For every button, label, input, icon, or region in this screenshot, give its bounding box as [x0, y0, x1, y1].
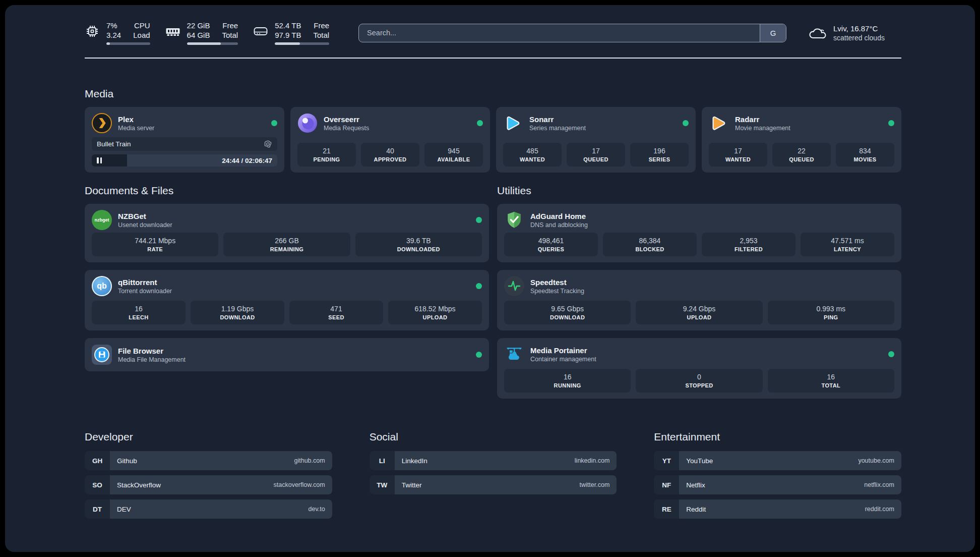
service-card-filebrowser[interactable]: File Browser Media File Management [85, 338, 489, 371]
service-name: qBittorrent [118, 278, 172, 287]
qbittorrent-icon: qb [92, 276, 112, 296]
status-dot [476, 352, 482, 358]
stat-wanted: 17WANTED [709, 143, 767, 166]
service-card-qbittorrent[interactable]: qb qBittorrent Torrent downloader 16LEEC… [85, 270, 489, 330]
bookmark-tag: SO [85, 475, 110, 494]
bookmark-tag: RE [654, 499, 679, 519]
pause-icon[interactable] [97, 157, 102, 163]
bookmark-linkedin[interactable]: LI LinkedInlinkedin.com [370, 451, 617, 470]
stat-wanted: 485WANTED [503, 143, 562, 166]
system-stat-storage: 52.4 TB 97.9 TB Free Total [253, 21, 329, 45]
search-provider-button[interactable]: G [760, 24, 786, 42]
stat-movies: 834MOVIES [836, 143, 894, 166]
stat-available: 945AVAILABLE [424, 143, 483, 166]
service-name: Sonarr [529, 115, 586, 124]
bookmark-github[interactable]: GH Githubgithub.com [85, 451, 332, 470]
stat-downloaded: 39.6 TBDOWNLOADED [355, 233, 482, 256]
service-subtitle: Media File Management [118, 356, 186, 363]
playback-time: 24:44 / 02:06:47 [222, 157, 272, 164]
storage-total: 97.9 TB [275, 30, 301, 40]
section-title-utilities: Utilities [497, 185, 901, 197]
storage-total-label: Total [313, 30, 329, 40]
bookmark-youtube[interactable]: YT YouTubeyoutube.com [654, 451, 901, 470]
service-name: Radarr [735, 115, 790, 124]
radarr-icon [709, 113, 729, 133]
stat-approved: 40APPROVED [361, 143, 419, 166]
service-subtitle: Series management [529, 125, 586, 132]
cpu-load: 3.24 [106, 30, 121, 40]
weather-location-temp: Lviv, 16.87°C [833, 24, 885, 33]
dashboard: 7% 3.24 CPU Load [0, 0, 980, 557]
header-divider [85, 58, 901, 59]
bookmark-dev[interactable]: DT DEVdev.to [85, 499, 332, 519]
service-subtitle: Media Requests [324, 125, 369, 132]
service-card-portainer[interactable]: Media Portainer Container management 16R… [497, 338, 901, 399]
section-title-entertainment: Entertainment [654, 431, 901, 443]
service-name: Overseerr [324, 115, 369, 124]
service-card-speedtest[interactable]: Speedtest Speedtest Tracking 9.65 GbpsDO… [497, 270, 901, 330]
bookmark-tag: YT [654, 451, 679, 470]
bookmark-tag: NF [654, 475, 679, 494]
now-playing-title: Bullet Train [97, 140, 131, 148]
utilities-section: Utilities [497, 185, 901, 399]
bookmark-netflix[interactable]: NF Netflixnetflix.com [654, 475, 901, 494]
service-name: Speedtest [530, 278, 584, 287]
service-name: Media Portainer [530, 346, 596, 355]
system-stat-cpu: 7% 3.24 CPU Load [85, 21, 150, 45]
service-name: Plex [118, 115, 154, 124]
weather-widget: Lviv, 16.87°C scattered clouds [808, 24, 901, 42]
stat-upload: 9.24 GbpsUPLOAD [636, 301, 762, 324]
service-subtitle: Usenet downloader [118, 221, 172, 229]
service-name: AdGuard Home [530, 212, 588, 220]
stat-download: 1.19 GbpsDOWNLOAD [191, 301, 284, 324]
dashboard-page: 7% 3.24 CPU Load [5, 5, 975, 552]
overseerr-icon [297, 113, 318, 133]
plex-icon [92, 113, 112, 133]
service-card-sonarr[interactable]: Sonarr Series management 485WANTED 17QUE… [496, 107, 696, 173]
stat-rate: 744.21 MbpsRATE [92, 233, 218, 256]
bookmark-tag: LI [370, 451, 395, 470]
load-label: Load [133, 30, 150, 40]
stat-latency: 47.571 msLATENCY [801, 233, 894, 256]
service-card-plex[interactable]: Plex Media server Bullet Train 24:44 / 0… [85, 107, 284, 173]
gear-icon[interactable] [264, 140, 272, 148]
status-dot [476, 217, 482, 223]
service-card-overseerr[interactable]: Overseerr Media Requests 21PENDING 40APP… [290, 107, 490, 173]
weather-condition: scattered clouds [833, 34, 885, 42]
ram-icon [165, 24, 180, 39]
adguard-icon [504, 210, 524, 230]
stat-filtered: 2,953FILTERED [702, 233, 795, 256]
social-section: Social LI LinkedInlinkedin.com TW Twitte… [370, 431, 617, 524]
section-title-developer: Developer [85, 431, 332, 443]
stat-remaining: 266 GBREMAINING [223, 233, 350, 256]
system-stat-memory: 22 GiB 64 GiB Free Total [165, 21, 238, 45]
status-dot [477, 120, 483, 126]
developer-section: Developer GH Githubgithub.com SO StackOv… [85, 431, 332, 524]
bookmark-tag: DT [85, 499, 110, 519]
memory-total: 64 GiB [187, 30, 210, 40]
service-subtitle: Media server [118, 125, 154, 132]
plex-now-playing: Bullet Train [92, 137, 277, 151]
status-dot [271, 120, 277, 126]
service-subtitle: Speedtest Tracking [530, 288, 584, 295]
service-card-adguard[interactable]: AdGuard Home DNS and adblocking 498,461Q… [497, 204, 901, 262]
stat-pending: 21PENDING [297, 143, 356, 166]
media-section: Plex Media server Bullet Train 24:44 / 0… [85, 107, 901, 173]
filebrowser-icon [92, 345, 112, 365]
section-title-media: Media [85, 88, 901, 100]
plex-progress-bar: 24:44 / 02:06:47 [92, 154, 277, 166]
stat-blocked: 86,384BLOCKED [603, 233, 697, 256]
bookmark-twitter[interactable]: TW Twittertwitter.com [370, 475, 617, 494]
service-card-radarr[interactable]: Radarr Movie management 17WANTED 22QUEUE… [702, 107, 901, 173]
search-input[interactable] [359, 24, 760, 42]
stat-leech: 16LEECH [92, 301, 186, 324]
service-card-nzbget[interactable]: nzbget NZBGet Usenet downloader 744.21 M… [85, 204, 489, 262]
stat-seed: 471SEED [289, 301, 383, 324]
stat-series: 196SERIES [630, 143, 689, 166]
bookmark-stackoverflow[interactable]: SO StackOverflowstackoverflow.com [85, 475, 332, 494]
status-dot [476, 283, 482, 289]
storage-free: 52.4 TB [275, 21, 301, 30]
service-subtitle: Movie management [735, 125, 790, 132]
bookmark-reddit[interactable]: RE Redditreddit.com [654, 499, 901, 519]
section-title-documents: Documents & Files [85, 185, 489, 197]
